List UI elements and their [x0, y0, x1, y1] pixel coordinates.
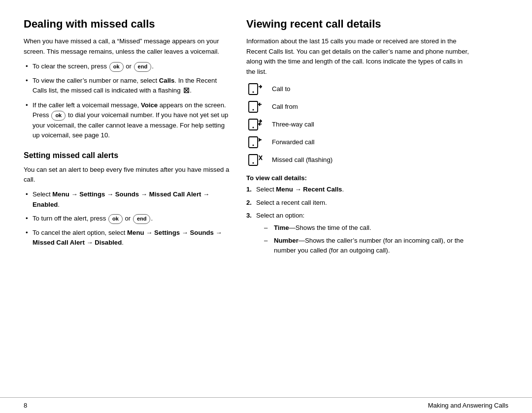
svg-rect-6 — [249, 119, 258, 130]
call-to-icon — [246, 83, 264, 95]
list-num: 3. — [246, 211, 252, 221]
sub-bullet-list: Select Menu → Settings → Sounds → Missed… — [24, 190, 231, 248]
sub-option-list: Time—Shows the time of the call. Number—… — [256, 223, 473, 256]
call-to-label: Call to — [272, 85, 290, 94]
svg-rect-12 — [249, 155, 258, 165]
call-icon-row: Three-way call — [246, 118, 473, 131]
ok-button-inline3: ok — [108, 214, 123, 223]
missed-call-icon — [246, 154, 264, 166]
left-intro: When you have missed a call, a “Missed” … — [24, 36, 231, 57]
missed-call-icon: ☒ — [183, 86, 190, 96]
list-item: To view the caller’s number or name, sel… — [24, 76, 231, 96]
call-icon-row: Forwarded call — [246, 136, 473, 149]
subsection-intro: You can set an alert to beep every five … — [24, 165, 231, 185]
list-item: To turn off the alert, press ok or end. — [24, 214, 231, 223]
list-item: Select Menu → Settings → Sounds → Missed… — [24, 190, 231, 210]
list-num: 1. — [246, 185, 252, 194]
to-view-label: To view call details: — [246, 174, 473, 182]
list-item: 3. Select an option: Time—Shows the time… — [246, 211, 473, 256]
end-button-inline2: end — [133, 214, 151, 223]
list-item: To cancel the alert option, select Menu … — [24, 228, 231, 248]
svg-rect-0 — [249, 84, 258, 95]
right-column: Viewing recent call details Information … — [246, 18, 473, 387]
forwarded-label: Forwarded call — [272, 138, 315, 147]
ok-button-inline: ok — [109, 62, 124, 71]
footer-section-label: Making and Answering Calls — [428, 402, 508, 409]
ok-button-inline2: ok — [51, 111, 66, 120]
footer-page-number: 8 — [24, 402, 27, 409]
call-from-label: Call from — [272, 102, 298, 111]
call-from-icon — [246, 100, 264, 113]
svg-rect-10 — [249, 137, 258, 148]
svg-rect-3 — [249, 101, 258, 112]
numbered-list: 1. Select Menu → Recent Calls. 2. Select… — [246, 185, 473, 256]
list-item: If the caller left a voicemail message, … — [24, 100, 231, 141]
left-column: Dealing with missed calls When you have … — [24, 18, 231, 387]
call-icon-row: Call from — [246, 100, 473, 113]
list-item: Number—Shows the caller’s number (for an… — [264, 236, 473, 256]
end-button-inline: end — [134, 62, 152, 71]
missed-call-label: Missed call (flashing) — [272, 156, 332, 164]
left-bullet-list: To clear the screen, press ok or end. To… — [24, 62, 231, 140]
call-icons-table: Call to Call from — [246, 83, 473, 166]
right-main-title: Viewing recent call details — [246, 18, 473, 31]
svg-point-11 — [253, 145, 254, 146]
three-way-icon — [246, 118, 264, 131]
list-item: Time—Shows the time of the call. — [264, 223, 473, 233]
call-icon-row: Call to — [246, 83, 473, 95]
svg-point-4 — [253, 109, 254, 111]
call-icon-row: Missed call (flashing) — [246, 154, 473, 166]
subsection-title: Setting missed call alerts — [24, 151, 231, 161]
list-item: 1. Select Menu → Recent Calls. — [246, 185, 473, 194]
list-item: 2. Select a recent call item. — [246, 198, 473, 208]
forwarded-icon — [246, 136, 264, 149]
three-way-label: Three-way call — [272, 120, 314, 129]
left-main-title: Dealing with missed calls — [24, 18, 231, 31]
page-footer: 8 Making and Answering Calls — [0, 397, 532, 413]
list-num: 2. — [246, 198, 252, 208]
svg-point-13 — [253, 162, 254, 164]
right-intro: Information about the last 15 calls you … — [246, 36, 473, 77]
svg-point-7 — [253, 127, 254, 128]
list-item: To clear the screen, press ok or end. — [24, 62, 231, 71]
svg-point-1 — [253, 92, 254, 93]
